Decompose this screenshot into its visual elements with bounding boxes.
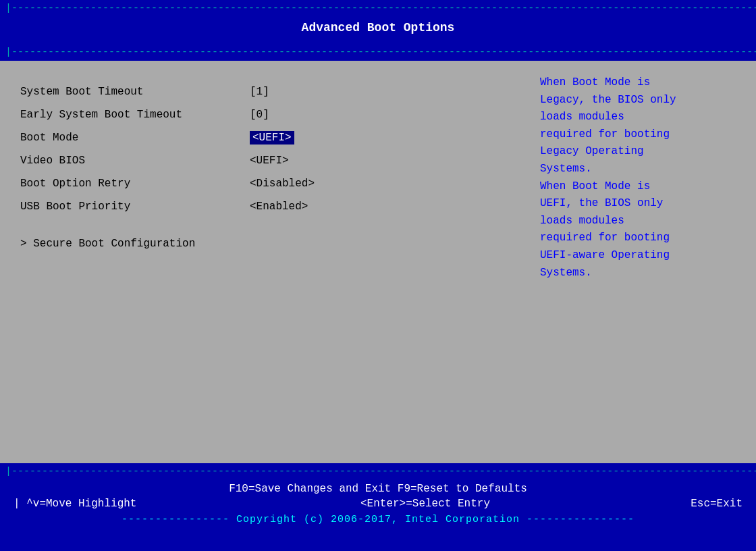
settings-panel: System Boot Timeout [1] Early System Boo… xyxy=(20,74,526,450)
save-changes-key: F10=Save Changes and Exit F9=Reset to De… xyxy=(229,483,527,495)
table-row[interactable]: Boot Mode <UEFI> xyxy=(20,127,526,149)
title-bar: Advanced Boot Options xyxy=(0,14,756,34)
setting-value-usb-boot-priority: <Enabled> xyxy=(250,201,308,213)
move-highlight-key: | ^v=Move Highlight xyxy=(14,498,243,510)
table-row[interactable]: Boot Option Retry <Disabled> xyxy=(20,173,526,194)
bottom-dashed-line-top: |---------------------------------------… xyxy=(0,463,756,477)
header-bar: |---------------------------------------… xyxy=(0,0,756,61)
settings-table: System Boot Timeout [1] Early System Boo… xyxy=(20,81,526,217)
setting-value-system-boot-timeout: [1] xyxy=(250,86,269,98)
bios-screen: |---------------------------------------… xyxy=(0,0,756,551)
copyright-dashes-left: ---------------- xyxy=(122,514,230,525)
select-entry-key: <Enter>=Select Entry xyxy=(243,498,608,510)
help-text: When Boot Mode is Legacy, the BIOS only … xyxy=(540,74,736,282)
footer-bar: |---------------------------------------… xyxy=(0,463,756,551)
copyright-text: ---------------- Copyright (c) 2006-2017… xyxy=(0,510,756,528)
setting-label-usb-boot-priority: USB Boot Priority xyxy=(20,201,250,213)
setting-label-boot-option-retry: Boot Option Retry xyxy=(20,178,250,190)
copyright-dashes-right: ---------------- xyxy=(526,514,634,525)
table-row[interactable]: Video BIOS <UEFI> xyxy=(20,150,526,172)
table-row[interactable]: Early System Boot Timeout [0] xyxy=(20,104,526,126)
setting-label-video-bios: Video BIOS xyxy=(20,155,250,167)
setting-value-video-bios: <UEFI> xyxy=(250,155,289,167)
esc-exit-key: Esc=Exit xyxy=(608,498,742,510)
main-content: System Boot Timeout [1] Early System Boo… xyxy=(0,61,756,463)
setting-label-boot-mode: Boot Mode xyxy=(20,132,250,144)
setting-label-system-boot-timeout: System Boot Timeout xyxy=(20,86,250,98)
footer-keys-row2: | ^v=Move Highlight <Enter>=Select Entry… xyxy=(0,498,756,510)
copyright-content: Copyright (c) 2006-2017, Intel Corporati… xyxy=(236,514,520,525)
page-title: Advanced Boot Options xyxy=(302,21,455,34)
setting-value-boot-option-retry: <Disabled> xyxy=(250,178,315,190)
setting-value-early-boot-timeout: [0] xyxy=(250,109,269,121)
footer-keys-row1: F10=Save Changes and Exit F9=Reset to De… xyxy=(0,477,756,498)
setting-label-early-boot-timeout: Early System Boot Timeout xyxy=(20,109,250,121)
top-dashed-line-2: |---------------------------------------… xyxy=(0,47,756,58)
setting-value-boot-mode[interactable]: <UEFI> xyxy=(250,131,294,145)
submenu-label: > Secure Boot Configuration xyxy=(20,238,195,250)
top-dashed-line-1: |---------------------------------------… xyxy=(0,0,756,14)
help-panel: When Boot Mode is Legacy, the BIOS only … xyxy=(526,74,736,450)
submenu-secure-boot[interactable]: > Secure Boot Configuration xyxy=(20,238,526,250)
table-row[interactable]: System Boot Timeout [1] xyxy=(20,81,526,103)
table-row[interactable]: USB Boot Priority <Enabled> xyxy=(20,196,526,217)
